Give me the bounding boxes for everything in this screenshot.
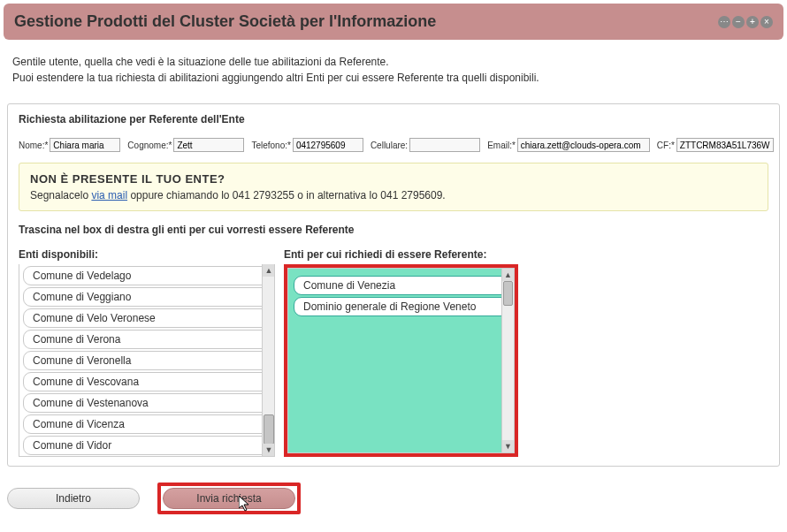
page-title: Gestione Prodotti del Cluster Società pe… — [14, 12, 436, 31]
list-item[interactable]: Comune di Vedelago — [23, 266, 271, 285]
notice-mail-link[interactable]: via mail — [91, 189, 127, 201]
email-field[interactable] — [517, 138, 650, 152]
intro-line1: Gentile utente, quella che vedi è la sit… — [12, 54, 775, 70]
button-row: Indietro Invia richiesta — [0, 474, 787, 523]
available-list[interactable]: Comune di Vedelago Comune di Veggiano Co… — [19, 264, 275, 457]
left-scrollbar[interactable]: ▲ ▼ — [262, 264, 275, 456]
header-bar: Gestione Prodotti del Cluster Società pe… — [4, 4, 783, 40]
list-item[interactable]: Comune di Vidor — [23, 436, 271, 455]
cellulare-label: Cellulare: — [371, 141, 408, 150]
list-item[interactable]: Comune di Verona — [23, 330, 271, 349]
selected-list[interactable]: Comune di Venezia Dominio generale di Re… — [287, 268, 515, 453]
back-button[interactable]: Indietro — [7, 488, 140, 509]
notice-title: NON È PRESENTE IL TUO ENTE? — [30, 172, 757, 186]
cognome-field[interactable] — [173, 138, 244, 152]
list-item[interactable]: Comune di Venezia — [294, 276, 508, 295]
notice-text: Segnalacelo via mail oppure chiamando lo… — [30, 189, 757, 201]
selected-title: Enti per cui richiedi di essere Referent… — [284, 248, 518, 261]
intro-line2: Puoi estendere la tua richiesta di abili… — [12, 70, 775, 86]
submit-highlight: Invia richiesta — [157, 483, 301, 514]
scroll-up-icon[interactable]: ▲ — [263, 264, 275, 277]
email-label: Email:* — [487, 141, 516, 150]
intro-text: Gentile utente, quella che vedi è la sit… — [0, 43, 787, 96]
list-item[interactable]: Comune di Vestenanova — [23, 393, 271, 413]
cellulare-field[interactable] — [409, 138, 480, 152]
telefono-field[interactable] — [293, 138, 363, 152]
dual-list: Enti disponibili: Comune di Vedelago Com… — [19, 248, 768, 457]
request-panel: Richiesta abilitazione per Referente del… — [7, 103, 780, 467]
available-title: Enti disponibili: — [19, 248, 275, 261]
nome-label: Nome:* — [19, 141, 48, 150]
close-icon[interactable]: × — [760, 16, 773, 28]
notice-pre: Segnalacelo — [30, 189, 91, 201]
list-item[interactable]: Comune di Veggiano — [23, 287, 271, 307]
list-item[interactable]: Comune di Velo Veronese — [23, 308, 271, 328]
drag-instruction: Trascina nel box di destra gli enti per … — [19, 224, 768, 236]
notice-post: oppure chiamando lo 041 2793255 o in alt… — [127, 189, 446, 201]
cf-field[interactable] — [676, 138, 774, 152]
ellipsis-icon[interactable]: ⋯ — [718, 16, 730, 28]
cognome-label: Cognome:* — [127, 141, 172, 150]
selected-highlight: Comune di Venezia Dominio generale di Re… — [284, 264, 518, 457]
notice-box: NON È PRESENTE IL TUO ENTE? Segnalacelo … — [19, 163, 768, 211]
panel-title: Richiesta abilitazione per Referente del… — [19, 113, 768, 125]
cursor-icon — [239, 496, 251, 512]
window-controls: ⋯ − + × — [718, 16, 773, 28]
scroll-thumb[interactable] — [264, 414, 274, 445]
right-scrollbar[interactable]: ▲ ▼ — [501, 269, 514, 452]
maximize-icon[interactable]: + — [746, 16, 759, 28]
scroll-down-icon[interactable]: ▼ — [263, 444, 275, 456]
scroll-thumb[interactable] — [503, 281, 513, 306]
submit-button[interactable]: Invia richiesta — [163, 488, 295, 509]
form-row: Nome:* Cognome:* Telefono:* Cellulare: E… — [19, 138, 768, 152]
list-item[interactable]: Comune di Vicenza — [23, 414, 271, 434]
cf-label: CF:* — [657, 141, 675, 150]
list-item[interactable]: Comune di Vescovana — [23, 372, 271, 391]
list-item[interactable]: Dominio generale di Regione Veneto — [294, 297, 508, 316]
scroll-down-icon[interactable]: ▼ — [502, 440, 514, 452]
nome-field[interactable] — [50, 138, 120, 152]
minimize-icon[interactable]: − — [732, 16, 745, 28]
telefono-label: Telefono:* — [251, 141, 290, 150]
scroll-up-icon[interactable]: ▲ — [502, 269, 514, 281]
list-item[interactable]: Comune di Veronella — [23, 351, 271, 370]
